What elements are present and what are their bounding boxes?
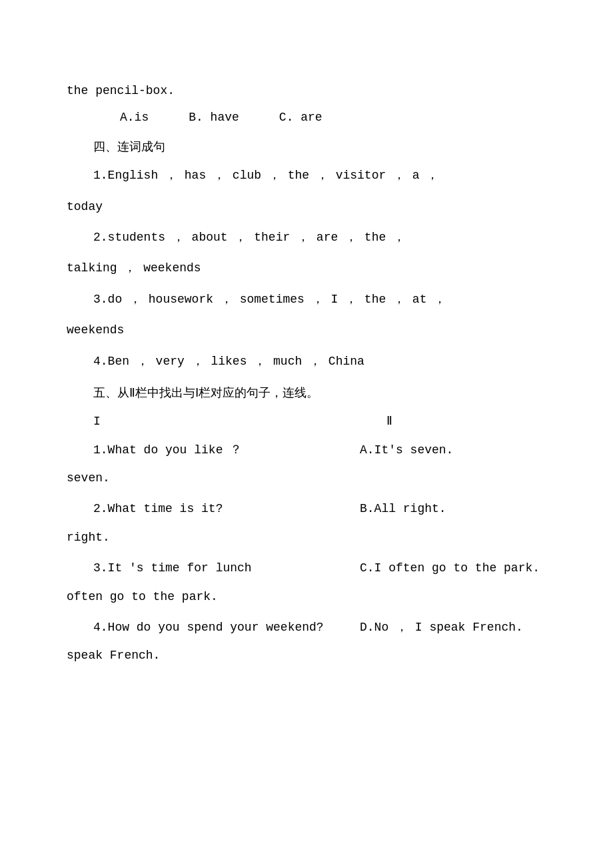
match1-cont: seven. <box>67 467 560 489</box>
match-row-1: 1.What do you like ？ A.It's seven. <box>67 439 560 461</box>
item2-text: 2.students ， about ， their ， are ， the ， <box>67 227 560 248</box>
exercise-item-4: 4.Ben ， very ， likes ， much ， China <box>67 351 560 372</box>
page-content: the pencil-box. A.is B. have C. are 四、连词… <box>67 80 560 667</box>
match2-right: B.All right. <box>360 498 560 519</box>
match4-right: D.No ， I speak French. <box>360 617 560 638</box>
match1-right: A.It's seven. <box>360 439 560 461</box>
match-row-3: 3.It 's time for lunch C.I often go to t… <box>67 557 560 579</box>
match3-right: C.I often go to the park. <box>360 557 560 579</box>
options-line: A.is B. have C. are <box>67 107 560 128</box>
section5: 五、从Ⅱ栏中找出与Ⅰ栏对应的句子，连线。 I Ⅱ 1.What do you l… <box>67 383 560 667</box>
option-c: C. are <box>279 107 322 128</box>
match-row-4: 4.How do you spend your weekend? D.No ， … <box>67 617 560 638</box>
item4-text: 4.Ben ， very ， likes ， much ， China <box>67 351 560 372</box>
section4-title: 四、连词成句 <box>67 137 560 158</box>
section5-title: 五、从Ⅱ栏中找出与Ⅰ栏对应的句子，连线。 <box>67 383 560 404</box>
intro-section: the pencil-box. A.is B. have C. are <box>67 80 560 129</box>
col-i-header: I <box>93 411 346 432</box>
match2-cont: right. <box>67 527 560 548</box>
exercise-item-1: 1.English ， has ， club ， the ， visitor ，… <box>67 165 560 217</box>
match-row-2: 2.What time is it? B.All right. <box>67 498 560 519</box>
match3-left: 3.It 's time for lunch <box>67 557 360 579</box>
section4: 四、连词成句 1.English ， has ， club ， the ， vi… <box>67 137 560 372</box>
option-b: B. have <box>189 107 239 128</box>
match2-left: 2.What time is it? <box>67 498 360 519</box>
item1-cont: today <box>67 196 560 217</box>
matching-headers: I Ⅱ <box>67 411 560 432</box>
match4-left: 4.How do you spend your weekend? <box>67 617 360 638</box>
item1-text: 1.English ， has ， club ， the ， visitor ，… <box>67 165 560 186</box>
match1-left: 1.What do you like ？ <box>67 439 360 461</box>
item2-cont: talking ， weekends <box>67 257 560 279</box>
exercise-item-3: 3.do ， housework ， sometimes ， I ， the ，… <box>67 289 560 341</box>
option-a: A.is <box>120 107 149 128</box>
intro-line: the pencil-box. <box>67 80 560 101</box>
item3-cont: weekends <box>67 319 560 341</box>
col-ii-header: Ⅱ <box>346 411 546 432</box>
match4-cont: speak French. <box>67 645 560 666</box>
item3-text: 3.do ， housework ， sometimes ， I ， the ，… <box>67 289 560 310</box>
exercise-item-2: 2.students ， about ， their ， are ， the ，… <box>67 227 560 279</box>
match3-cont: often go to the park. <box>67 586 560 607</box>
